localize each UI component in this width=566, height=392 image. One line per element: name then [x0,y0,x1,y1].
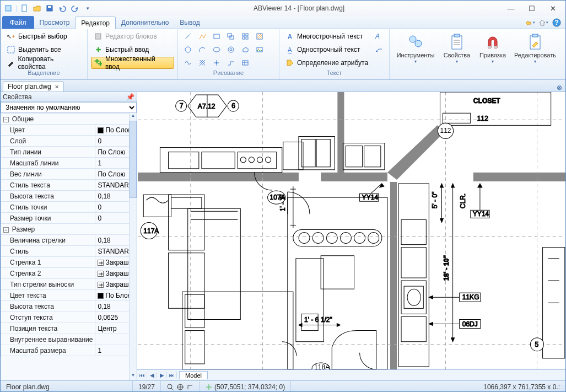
home-icon[interactable]: ▾ [538,17,549,28]
svg-point-64 [249,157,254,163]
svg-text:YY14: YY14 [362,194,379,201]
svg-rect-14 [246,34,248,36]
sheet-tab-bar: ⏮ ◀ ▶ ⏭ Model [137,369,565,380]
props-selector[interactable]: Значения по умолчанию [1,102,137,113]
quick-input-button[interactable]: ✚Быстрый ввод [91,44,174,56]
leader-icon[interactable] [373,44,385,56]
svg-text:112: 112 [440,127,451,135]
spline-icon[interactable] [181,57,195,69]
snap-big-button[interactable]: Привязка▼ [476,30,510,69]
edit-icon [526,33,544,51]
arc-icon[interactable] [196,44,209,56]
svg-point-108 [407,289,421,305]
minimize-button[interactable]: — [503,4,519,13]
svg-rect-13 [242,34,245,36]
svg-point-18 [185,47,191,52]
menu-output[interactable]: Вывод [174,16,205,29]
svg-rect-60 [169,152,199,169]
svg-text:1' - 7": 1' - 7" [279,195,287,212]
style-icon[interactable]: A [373,30,385,42]
pin-icon[interactable]: 📌 [126,93,134,101]
point-icon[interactable] [210,57,223,69]
close-tab-icon[interactable]: ✕ [55,84,59,90]
line-icon[interactable] [181,30,195,42]
grid-icon[interactable] [239,30,252,42]
block-editor-button[interactable]: Редактор блоков [91,30,174,42]
props-scrollbar[interactable]: ▲ ▼ [129,113,137,380]
menu-view[interactable]: Просмотр [34,16,76,29]
stext-button[interactable]: A̲Однострочный текст [283,44,371,56]
svg-rect-34 [532,34,538,37]
title-bar: | ▼ ABViewer 14 - [Floor plan.dwg] — ☐ ✕ [1,1,565,16]
quick-select-button[interactable]: ↖✦Быстрый выбор [4,30,84,42]
rects-icon[interactable] [224,30,238,42]
zoom-icon[interactable] [166,383,174,391]
svg-text:06DJ: 06DJ [462,320,478,328]
file-tab[interactable]: Floor plan.dwg ✕ [3,81,64,92]
sheet-last-icon[interactable]: ⏭ [167,372,177,378]
svg-rect-48 [443,113,470,123]
circle-icon[interactable] [181,44,195,56]
qat-dropdown-icon[interactable]: ▼ [82,3,93,14]
menu-file[interactable]: Файл [2,16,34,29]
sheet-next-icon[interactable]: ▶ [157,372,167,378]
help-icon[interactable]: ? [551,17,562,28]
svg-rect-3 [48,6,51,8]
svg-rect-109 [401,316,426,341]
target-icon[interactable] [176,383,184,391]
svg-rect-6 [8,46,14,53]
edit-big-button[interactable]: Редактировать▼ [511,30,559,69]
svg-rect-36 [321,173,387,181]
svg-rect-37 [473,173,565,181]
hatch-rect-icon[interactable] [253,30,266,42]
svg-text:CLR.: CLR. [459,194,467,208]
mtext-button[interactable]: AМногострочный текст [283,30,371,42]
menu-editor[interactable]: Редактор [75,17,116,29]
path-icon[interactable] [224,57,238,69]
ortho-icon[interactable] [186,383,194,391]
svg-rect-35 [138,173,299,181]
svg-rect-91 [296,259,324,342]
svg-text:117A: 117A [143,227,159,235]
close-button[interactable]: ✕ [545,4,561,13]
open-icon[interactable] [31,3,42,14]
svg-text:A7.12: A7.12 [198,103,215,110]
props-big-button[interactable]: Свойства▼ [440,30,474,69]
svg-rect-82 [185,331,204,364]
maximize-button[interactable]: ☐ [524,4,540,13]
redo-icon[interactable] [69,3,80,14]
save-icon[interactable] [44,3,55,14]
select-all-button[interactable]: Выделить все [4,44,84,56]
sheet-prev-icon[interactable]: ◀ [147,372,157,378]
table-icon[interactable] [239,57,252,69]
new-icon[interactable] [3,3,14,14]
new-doc-icon[interactable] [19,3,30,14]
polyline-icon[interactable] [196,30,209,42]
multi-input-button[interactable]: ✚✚Множественный ввод [91,57,174,69]
svg-text:5' - 0": 5' - 0" [431,192,439,209]
options-icon[interactable]: ▾ [525,17,536,28]
sheet-first-icon[interactable]: ⏮ [137,372,147,378]
properties-grid[interactable]: ▲ ▼ − ОбщиеЦветПо СлоюСлой0Тип линииПо С… [1,113,137,380]
drawing-area[interactable]: CLOSET 112 A7.12 7 6 112 [137,92,565,369]
properties-header: Свойства 📌 [1,92,137,102]
copy-props-button[interactable]: Копировать свойства [4,57,84,69]
ellipse-icon[interactable] [210,44,223,56]
svg-point-89 [354,233,365,244]
undo-icon[interactable] [57,3,68,14]
svg-point-86 [312,233,324,244]
hatch-icon[interactable] [196,57,209,69]
sheet-tab-model[interactable]: Model [179,371,208,379]
ring-icon[interactable] [224,44,238,56]
collapse-ribbon-icon[interactable]: ⊗ [553,84,565,92]
attr-button[interactable]: Определение атрибута [283,57,371,69]
svg-text:6: 6 [231,102,235,110]
brush-icon [7,58,15,67]
menu-extra[interactable]: Дополнительно [116,16,174,29]
rect-icon[interactable] [210,30,223,42]
image-icon[interactable] [253,44,266,56]
cloud-icon[interactable] [239,44,252,56]
tools-big-button[interactable]: Инструменты▼ [393,30,438,69]
cursor-icon: ↖✦ [7,32,15,41]
svg-text:118A: 118A [314,363,330,369]
